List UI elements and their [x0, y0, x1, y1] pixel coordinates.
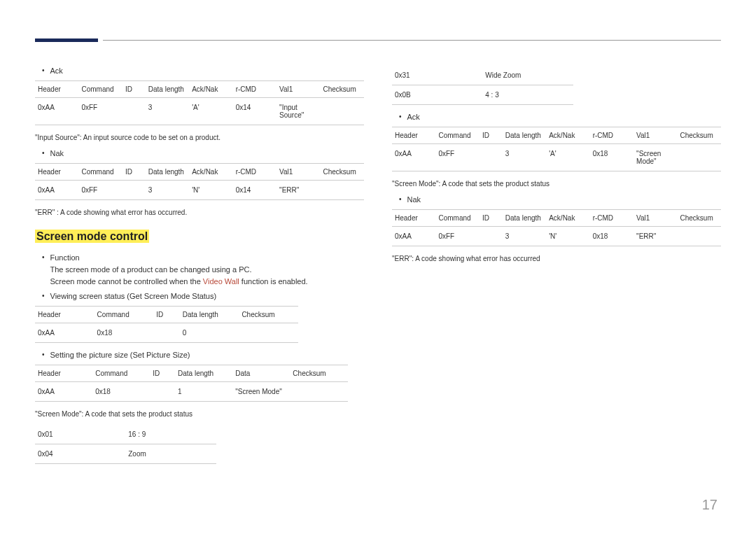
bullet-icon: •	[42, 350, 45, 360]
fn-2b-red: Video Wall	[203, 277, 239, 286]
table-row: 0xAA 0x18 1 "Screen Mode"	[35, 382, 348, 402]
td: 0xFF	[435, 144, 479, 171]
bullet-text: Viewing screen status (Get Screen Mode S…	[50, 291, 217, 302]
bullet-icon: •	[399, 195, 402, 205]
th: Val1	[276, 81, 320, 98]
td: 3	[503, 144, 546, 171]
table-ack-right: Header Command ID Data length Ack/Nak r-…	[392, 127, 721, 171]
th: Ack/Nak	[546, 210, 589, 227]
th: Data length	[175, 365, 232, 382]
th: Val1	[634, 127, 677, 144]
th: Data length	[503, 210, 546, 227]
table-row: 0x01 16 : 9	[35, 425, 216, 444]
td: 3	[146, 181, 189, 200]
section-title-screen-mode: Screen mode control	[35, 230, 149, 243]
table-codes-right: 0x31 Wide Zoom 0x0B 4 : 3	[392, 66, 573, 105]
table-nak-right: Header Command ID Data length Ack/Nak r-…	[392, 209, 721, 246]
table-row: 0xAA 0xFF 3 'N' 0x18 "ERR"	[392, 227, 721, 246]
th: Checksum	[239, 307, 298, 323]
table-row: 0x04 Zoom	[35, 444, 216, 464]
th: ID	[122, 164, 146, 181]
td	[290, 382, 347, 402]
td: 0xAA	[35, 98, 78, 125]
bullet-text: Setting the picture size (Set Picture Si…	[50, 350, 190, 360]
fn-line1: The screen mode of a product can be chan…	[50, 265, 308, 275]
table-viewing: Header Command ID Data length Checksum 0…	[35, 306, 298, 343]
td	[239, 323, 298, 343]
td: 0xAA	[35, 181, 78, 200]
bullet-nak-left: • Nak	[42, 148, 364, 159]
td: 0xFF	[78, 98, 122, 125]
td: "ERR"	[276, 181, 320, 200]
td	[153, 323, 180, 343]
td: 'N'	[546, 227, 589, 246]
bullet-text: Ack	[50, 66, 63, 76]
left-column: • Ack Header Command ID Data length Ack/…	[35, 62, 364, 471]
th: Ack/Nak	[546, 127, 589, 144]
th: Header	[35, 164, 78, 181]
td: 0x04	[35, 444, 125, 464]
td: 0x01	[35, 425, 125, 444]
th: Ack/Nak	[189, 164, 232, 181]
bullet-text: Nak	[407, 195, 421, 205]
td: 0xFF	[78, 181, 122, 200]
th: Command	[78, 164, 122, 181]
td	[678, 144, 721, 171]
td: 'A'	[189, 98, 232, 125]
th: Header	[35, 81, 78, 98]
right-column: 0x31 Wide Zoom 0x0B 4 : 3 • Ack Header C…	[392, 62, 721, 471]
table-row: 0xAA 0xFF 3 'A' 0x14 "Input Source"	[35, 98, 364, 125]
th: Command	[435, 127, 479, 144]
td: 0x31	[392, 66, 482, 85]
th: ID	[479, 127, 503, 144]
th: r-CMD	[233, 81, 276, 98]
td: 0xAA	[35, 323, 94, 343]
th: Data length	[146, 164, 189, 181]
th: r-CMD	[233, 164, 276, 181]
bullet-function: • Function The screen mode of a product …	[42, 253, 364, 287]
bullet-setting: • Setting the picture size (Set Picture …	[42, 350, 364, 360]
bullet-icon: •	[42, 148, 45, 159]
td: "Input Source"	[276, 98, 320, 125]
th: Checksum	[290, 365, 347, 382]
td	[479, 227, 503, 246]
th: Command	[435, 210, 479, 227]
highlight: Screen mode control	[35, 230, 149, 243]
td: 0x18	[590, 144, 634, 171]
page-number: 17	[702, 497, 718, 513]
td: 4 : 3	[482, 85, 573, 105]
th: r-CMD	[590, 127, 634, 144]
th: Data	[232, 365, 290, 382]
td: "Screen Mode"	[634, 144, 677, 171]
td	[479, 144, 503, 171]
td: Zoom	[125, 444, 216, 464]
td: 3	[146, 98, 189, 125]
td: 0x18	[92, 382, 150, 402]
header-rule	[35, 38, 721, 42]
table-nak-left: Header Command ID Data length Ack/Nak r-…	[35, 163, 364, 200]
th: Command	[92, 365, 150, 382]
th: ID	[153, 307, 180, 323]
table-row: 0x0B 4 : 3	[392, 85, 573, 105]
th: Data length	[180, 307, 239, 323]
td: 16 : 9	[125, 425, 216, 444]
td: 0x18	[590, 227, 634, 246]
table-row: 0xAA 0x18 0	[35, 323, 298, 343]
th: Data length	[146, 81, 189, 98]
th: Header	[35, 365, 92, 382]
th: Checksum	[678, 210, 721, 227]
td: Wide Zoom	[482, 66, 573, 85]
th: Val1	[634, 210, 677, 227]
td: 'N'	[189, 181, 232, 200]
th: Header	[35, 307, 94, 323]
td	[321, 181, 364, 200]
table-row: 0xAA 0xFF 3 'A' 0x18 "Screen Mode"	[392, 144, 721, 171]
table-row: 0x31 Wide Zoom	[392, 66, 573, 85]
th: ID	[150, 365, 175, 382]
th: Header	[392, 210, 435, 227]
header-rule-thick	[35, 38, 98, 42]
td: 0xFF	[435, 227, 479, 246]
table-row: 0xAA 0xFF 3 'N' 0x14 "ERR"	[35, 181, 364, 200]
bullet-ack-right: • Ack	[399, 112, 721, 122]
bullet-icon: •	[42, 66, 45, 76]
